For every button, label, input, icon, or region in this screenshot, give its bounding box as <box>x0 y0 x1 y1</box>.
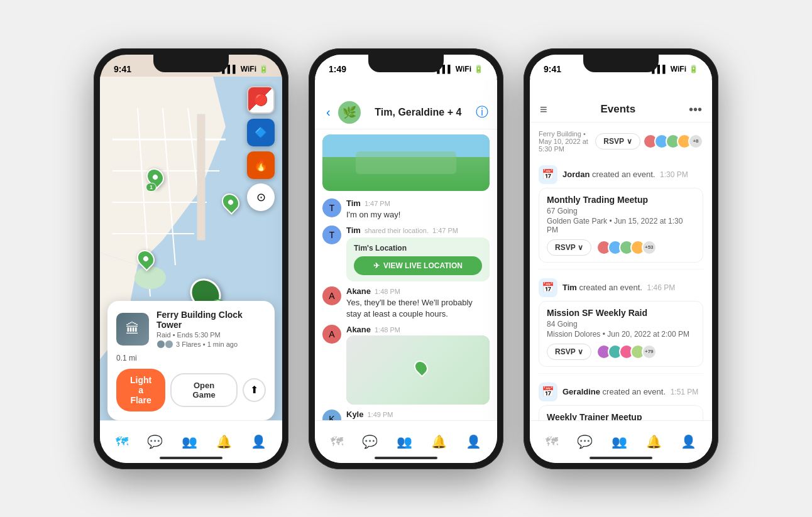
akane-time-1: 1:48 PM <box>375 288 400 295</box>
nav-bell-1[interactable]: 🔔 <box>209 429 239 454</box>
time-1: 9:41 <box>114 64 131 74</box>
home-indicator-3 <box>590 457 652 459</box>
nav-chat-1[interactable]: 💬 <box>140 429 170 454</box>
event-card-1: Monthly Trading Meetup 67 Going Golden G… <box>539 188 703 263</box>
attendee-count-top: +8 <box>688 134 703 149</box>
svg-point-10 <box>134 266 166 289</box>
raid-info: Raid • Ends 5:30 PM <box>156 331 266 339</box>
battery-icon-2: 🔋 <box>474 65 483 73</box>
ingress-icon[interactable]: 🔷 <box>247 119 275 146</box>
time-3: 9:41 <box>544 64 561 74</box>
profile-nav-icon-2: 👤 <box>466 434 481 449</box>
rsvp-top-button[interactable]: RSVP ∨ <box>595 133 640 150</box>
event-time-3: 1:51 PM <box>671 388 699 396</box>
nav-profile-3[interactable]: 👤 <box>673 429 704 454</box>
rsvp-btn-2[interactable]: RSVP ∨ <box>547 344 591 360</box>
map-app-icons: 🔴 🔷 🔥 <box>247 86 275 179</box>
akane-msg-1: Yes, they'll be there! We'll probably st… <box>346 297 490 320</box>
attendee-stack-top: +8 <box>643 134 703 149</box>
home-indicator-2 <box>375 457 437 459</box>
tim-name-1: Tim <box>346 199 361 208</box>
location-arrow-icon: ✈ <box>373 261 380 270</box>
wifi-icon-1: WiFi <box>241 65 256 73</box>
tim-shared-text: shared their location. <box>365 227 429 234</box>
nav-profile-1[interactable]: 👤 <box>243 429 274 454</box>
tim-time-2: 1:47 PM <box>432 227 458 234</box>
event-going-2: 84 Going <box>547 320 695 329</box>
chat-messages: T Tim 1:47 PM I'm on my way! T <box>315 129 497 437</box>
battery-icon-3: 🔋 <box>689 65 698 73</box>
event-card-2: Mission SF Weekly Raid 84 Going Mission … <box>539 301 703 367</box>
back-button[interactable]: ‹ <box>324 102 333 122</box>
chat-group-avatar: 🌿 <box>338 101 361 124</box>
message-row-akane2: A Akane 1:48 PM Gym at Mission Dolores P… <box>322 325 490 405</box>
attendee-stack-2: +79 <box>596 344 657 359</box>
nav-map-2[interactable]: 🗺 <box>323 430 351 454</box>
view-location-label: VIEW LIVE LOCATION <box>383 261 463 270</box>
event-going-1: 67 Going <box>547 207 695 215</box>
battery-icon-1: 🔋 <box>259 65 268 73</box>
event-creator-1: Jordan created an event. 1:30 PM <box>562 170 688 179</box>
nav-chat-2[interactable]: 💬 <box>354 429 385 454</box>
map-pin-2[interactable] <box>222 193 239 212</box>
light-flare-button[interactable]: Light a Flare <box>116 369 165 411</box>
open-game-button[interactable]: Open Game <box>170 373 238 407</box>
nav-people-3[interactable]: 👥 <box>604 429 635 454</box>
nav-chat-3[interactable]: 💬 <box>569 429 600 454</box>
rsvp-chevron: ∨ <box>627 137 632 146</box>
rsvp-btn-1[interactable]: RSVP ∨ <box>547 239 591 256</box>
map-pin-3[interactable] <box>138 249 154 268</box>
people-nav-icon-2: 👥 <box>397 434 412 449</box>
time-2: 1:49 <box>329 64 346 74</box>
notch-2 <box>368 55 444 72</box>
menu-icon[interactable]: ≡ <box>540 102 547 117</box>
nav-bell-3[interactable]: 🔔 <box>639 429 669 454</box>
more-icon[interactable]: ••• <box>689 102 702 117</box>
event-item-1: 📅 Jordan created an event. 1:30 PM Month… <box>539 159 703 269</box>
map-nav-icon: 🗺 <box>116 435 128 449</box>
event-time-1: 1:30 PM <box>660 170 688 179</box>
profile-nav-icon-3: 👤 <box>681 434 696 449</box>
chat-nav-icon-2: 💬 <box>362 434 378 449</box>
compass-button[interactable]: ⊙ <box>247 183 275 211</box>
kyle-time: 1:49 PM <box>367 411 393 418</box>
wizards-icon[interactable]: 🔥 <box>247 151 275 179</box>
bell-nav-icon: 🔔 <box>216 434 232 449</box>
attendee-stack-1: +53 <box>596 240 657 255</box>
notch-3 <box>583 55 659 72</box>
notch-1 <box>153 55 229 72</box>
events-title: Events <box>547 103 689 116</box>
tim-avatar: T <box>322 199 341 217</box>
share-button[interactable]: ⬆ <box>243 378 266 402</box>
nav-profile-2[interactable]: 👤 <box>458 429 489 454</box>
event-location-2: Mission Dolores • Jun 20, 2022 at 2:00 P… <box>547 330 695 339</box>
creator-name-3: Geraldine <box>562 387 600 396</box>
events-header: ≡ Events ••• <box>530 97 712 122</box>
nav-people-1[interactable]: 👥 <box>174 429 205 454</box>
pokeball-icon[interactable]: 🔴 <box>247 86 275 114</box>
attendee-count-1: +53 <box>642 240 657 255</box>
phone-3-events: 9:41 ▌▌▌ WiFi 🔋 ≡ Events ••• <box>524 48 718 469</box>
top-bar-text: Ferry Building • May 10, 2022 at 5:30 PM <box>539 130 595 153</box>
message-row-akane1: A Akane 1:48 PM Yes, they'll be there! W… <box>322 286 490 320</box>
map-pin-1[interactable]: 1 <box>147 168 163 187</box>
nav-map-1[interactable]: 🗺 <box>108 430 136 454</box>
akane-avatar-2: A <box>322 325 341 344</box>
people-nav-icon-3: 👥 <box>612 434 627 449</box>
nav-map-3[interactable]: 🗺 <box>538 430 566 454</box>
chat-info-button[interactable]: ⓘ <box>476 104 488 121</box>
event-item-2: 📅 Tim created an event. 1:46 PM Mission … <box>539 272 703 374</box>
nav-bell-2[interactable]: 🔔 <box>424 429 454 454</box>
location-title: Ferry Building Clock Tower <box>156 310 266 330</box>
profile-nav-icon: 👤 <box>251 434 266 449</box>
view-location-button[interactable]: ✈ VIEW LIVE LOCATION <box>354 256 482 275</box>
map-nav-icon-2: 🗺 <box>331 435 343 449</box>
wifi-icon-3: WiFi <box>671 65 686 73</box>
nav-people-2[interactable]: 👥 <box>389 429 420 454</box>
bell-nav-icon-3: 🔔 <box>646 434 662 449</box>
map-preview[interactable]: Gym at Mission Dolores Park <box>346 335 490 405</box>
tim-msg-1: I'm on my way! <box>346 209 490 220</box>
akane-name-2: Akane <box>346 325 371 334</box>
location-share-label: Tim's Location <box>354 244 482 253</box>
map-preview-pin-icon <box>415 360 427 375</box>
